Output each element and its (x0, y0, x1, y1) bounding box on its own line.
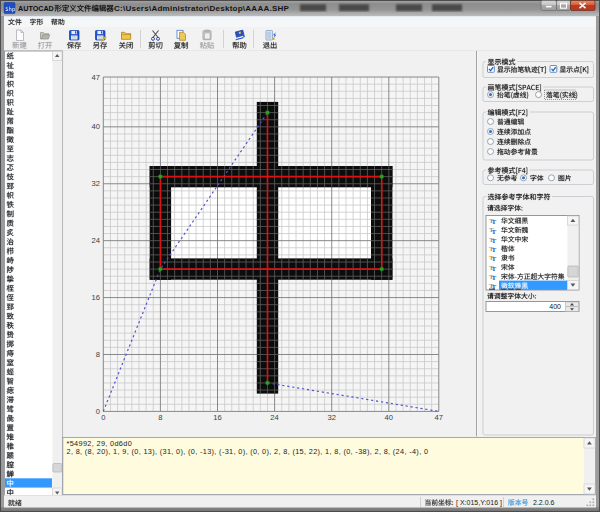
svg-text:40: 40 (92, 122, 100, 131)
svg-text:400: 400 (549, 303, 561, 310)
svg-text:32: 32 (327, 413, 335, 422)
svg-text:2.2.0.6: 2.2.0.6 (533, 499, 555, 506)
svg-text:0: 0 (96, 407, 100, 416)
svg-text:24: 24 (270, 413, 278, 422)
svg-text:16: 16 (213, 413, 221, 422)
svg-text:C:\Users\Administrator\Desktop: C:\Users\Administrator\Desktop\AAAA.SHP (114, 4, 290, 13)
svg-text:T: T (492, 228, 497, 236)
svg-text:16: 16 (92, 293, 100, 302)
svg-text:8: 8 (96, 350, 100, 359)
svg-text:AUTOCAD: AUTOCAD (18, 4, 54, 13)
svg-text:2, 8, (8, 20), 1, 9, (0, 13),: 2, 8, (8, 20), 1, 9, (0, 13), (31, 0), (… (67, 447, 429, 456)
svg-text:[ X:015,Y:016 ]: [ X:015,Y:016 ] (456, 499, 502, 507)
svg-text:T: T (492, 237, 497, 245)
svg-text:47: 47 (92, 73, 100, 82)
svg-text:T: T (492, 246, 497, 254)
svg-text:32: 32 (92, 179, 100, 188)
svg-text:47: 47 (435, 413, 443, 422)
svg-text:T: T (492, 256, 497, 264)
svg-text:T: T (492, 274, 497, 282)
svg-text:40: 40 (385, 413, 393, 422)
svg-text:T: T (492, 218, 497, 226)
svg-text:8: 8 (158, 413, 162, 422)
svg-text:T: T (492, 283, 497, 291)
svg-text:T: T (492, 265, 497, 273)
svg-text:24: 24 (92, 236, 100, 245)
svg-text:0: 0 (101, 413, 105, 422)
